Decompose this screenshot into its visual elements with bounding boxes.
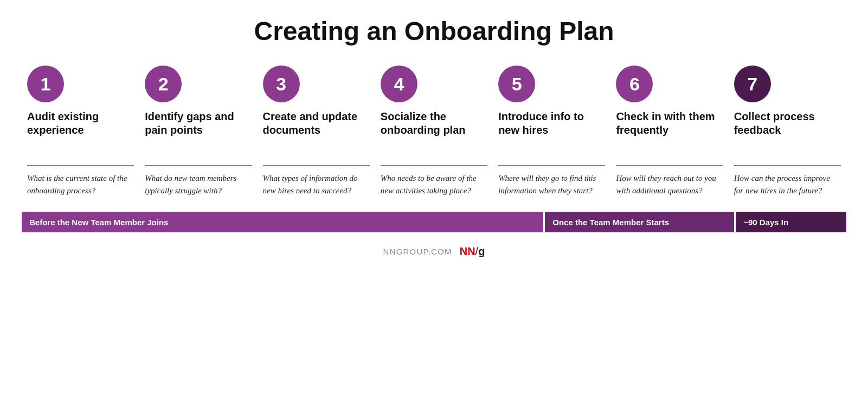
step-title-5: Introduce info to new hires	[498, 110, 605, 159]
step-question-3: What types of information do new hires n…	[263, 172, 370, 197]
step-5: 5 Introduce info to new hires Where will…	[493, 66, 610, 197]
step-circle-5: 5	[498, 66, 535, 102]
step-question-7: How can the process improve for new hire…	[734, 172, 841, 197]
step-title-4: Socialize the onboarding plan	[381, 110, 487, 159]
step-title-7: Collect process feedback	[734, 110, 841, 159]
step-circle-1: 1	[27, 66, 64, 102]
footer: NNGROUP.COM NN/g	[383, 245, 485, 258]
step-question-2: What do new team members typically strug…	[145, 172, 252, 197]
step-divider-4	[381, 165, 487, 166]
timeline-before: Before the New Team Member Joins	[22, 212, 543, 232]
step-circle-6: 6	[616, 66, 653, 102]
timeline-starts: Once the Team Member Starts	[545, 212, 734, 232]
step-7: 7 Collect process feedback How can the p…	[729, 66, 846, 197]
footer-url: NNGROUP.COM	[383, 247, 452, 256]
step-6: 6 Check in with them frequently How will…	[610, 66, 728, 197]
step-title-3: Create and update documents	[263, 110, 370, 159]
step-circle-2: 2	[145, 66, 182, 102]
step-title-1: Audit existing experience	[27, 110, 134, 159]
page-title: Creating an Onboarding Plan	[254, 16, 614, 46]
step-question-1: What is the current state of the onboard…	[27, 172, 134, 197]
step-title-6: Check in with them frequently	[616, 110, 723, 159]
step-divider-1	[27, 165, 134, 166]
step-divider-5	[498, 165, 605, 166]
step-divider-6	[616, 165, 723, 166]
step-1: 1 Audit existing experience What is the …	[22, 66, 139, 197]
footer-logo: NN/g	[460, 245, 485, 258]
step-question-5: Where will they go to find this informat…	[498, 172, 605, 197]
step-circle-7: 7	[734, 66, 771, 102]
footer-nn: NN	[460, 245, 475, 257]
step-divider-7	[734, 165, 841, 166]
step-title-2: Identify gaps and pain points	[145, 110, 252, 159]
step-divider-2	[145, 165, 252, 166]
step-2: 2 Identify gaps and pain points What do …	[139, 66, 257, 197]
timeline-90days: ~90 Days In	[736, 212, 846, 232]
timeline-bar: Before the New Team Member Joins Once th…	[22, 212, 846, 232]
footer-g: g	[478, 245, 485, 257]
step-circle-3: 3	[263, 66, 300, 102]
step-question-6: How will they reach out to you with addi…	[616, 172, 723, 197]
step-4: 4 Socialize the onboarding plan Who need…	[375, 66, 493, 197]
step-question-4: Who needs to be aware of the new activit…	[381, 172, 487, 197]
step-circle-4: 4	[381, 66, 417, 102]
step-divider-3	[263, 165, 370, 166]
steps-container: 1 Audit existing experience What is the …	[22, 66, 846, 197]
step-3: 3 Create and update documents What types…	[258, 66, 375, 197]
